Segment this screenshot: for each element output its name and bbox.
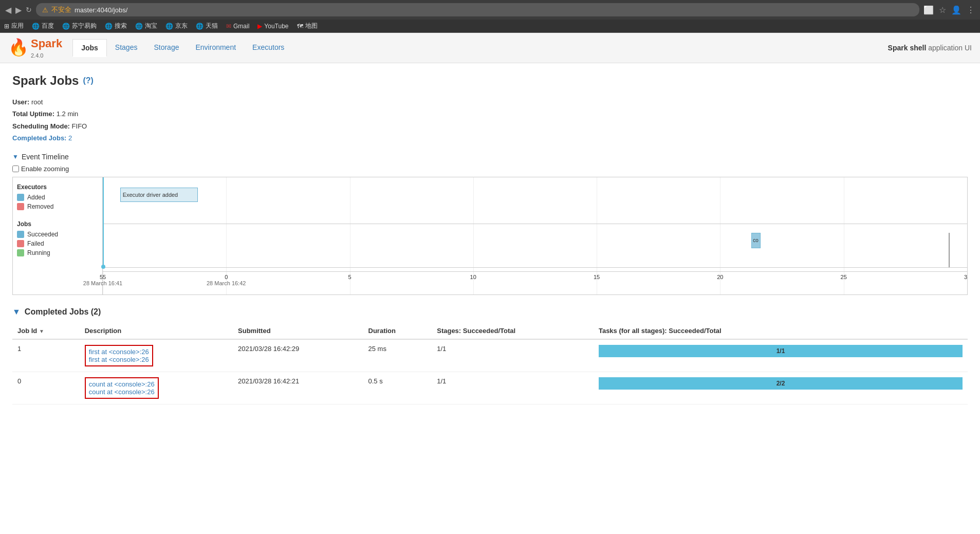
completed-jobs-link[interactable]: Completed Jobs: bbox=[12, 134, 68, 142]
col-job-id-label: Job Id bbox=[17, 327, 37, 335]
help-icon[interactable]: (?) bbox=[83, 76, 93, 85]
tianmao-icon: 🌐 bbox=[196, 23, 204, 30]
security-warning-icon: ⚠ bbox=[42, 6, 48, 14]
axis-tick-10-value: 10 bbox=[470, 274, 476, 280]
desc-link-top-0[interactable]: count at <console>:26 bbox=[89, 380, 155, 388]
col-description: Description bbox=[80, 323, 233, 339]
nav-stages[interactable]: Stages bbox=[107, 39, 146, 57]
menu-icon[interactable]: ⋮ bbox=[967, 5, 975, 15]
bookmark-maps[interactable]: 🗺 地图 bbox=[297, 22, 318, 30]
added-color-swatch bbox=[17, 194, 24, 201]
apps-icon: ⊞ bbox=[4, 23, 9, 30]
cast-icon[interactable]: ⬜ bbox=[923, 5, 934, 15]
back-button[interactable]: ◀ bbox=[5, 5, 11, 15]
uptime-info: Total Uptime: 1.2 min bbox=[12, 108, 968, 120]
axis-tick-5-value: 5 bbox=[348, 274, 351, 280]
nav-executors[interactable]: Executors bbox=[244, 39, 292, 57]
completed-toggle-icon: ▼ bbox=[12, 307, 21, 317]
timeline-area: Executor driver added co 55 28 March 16:… bbox=[103, 177, 967, 294]
succeeded-color-swatch bbox=[17, 231, 24, 238]
spark-header: 🔥 Spark 2.4.0 Jobs Stages Storage Enviro… bbox=[0, 33, 980, 63]
removed-color-swatch bbox=[17, 203, 24, 210]
col-duration: Duration bbox=[363, 323, 432, 339]
legend-succeeded: Succeeded bbox=[17, 231, 98, 238]
jobs-legend-title: Jobs bbox=[17, 220, 98, 228]
timeline-dot bbox=[101, 265, 105, 269]
bookmark-baidu[interactable]: 🌐 百度 bbox=[32, 22, 54, 30]
table-row: 0 count at <console>:26 count at <consol… bbox=[12, 372, 968, 404]
desc-link-top-1[interactable]: first at <console>:26 bbox=[89, 348, 149, 356]
enable-zoom-checkbox[interactable] bbox=[12, 165, 19, 172]
bookmark-suning[interactable]: 🌐 苏宁易购 bbox=[62, 22, 97, 30]
bookmark-search[interactable]: 🌐 搜索 bbox=[105, 22, 127, 30]
running-color-swatch bbox=[17, 249, 24, 256]
completed-jobs-section: ▼ Completed Jobs (2) Job Id ▼ Descriptio… bbox=[12, 307, 968, 404]
tasks-progress-text-0: 2/2 bbox=[599, 377, 963, 390]
failed-label: Failed bbox=[27, 240, 44, 247]
desc-link-bottom-1[interactable]: first at <console>:26 bbox=[89, 356, 149, 363]
completed-jobs-info: Completed Jobs: 2 bbox=[12, 132, 968, 144]
enable-zoom-row: Enable zooming bbox=[12, 165, 968, 173]
legend-failed: Failed bbox=[17, 240, 98, 247]
event-timeline-header[interactable]: ▼ Event Timeline bbox=[12, 153, 968, 161]
axis-tick-30: 30 bbox=[964, 274, 968, 280]
job-id-cell-0: 0 bbox=[12, 372, 80, 404]
baidu-icon: 🌐 bbox=[32, 23, 40, 30]
jobs-table-body: 1 first at <console>:26 first at <consol… bbox=[12, 339, 968, 404]
bookmark-jingdong[interactable]: 🌐 京东 bbox=[165, 22, 188, 30]
profile-icon[interactable]: 👤 bbox=[951, 5, 961, 15]
jobs-table: Job Id ▼ Description Submitted Duration … bbox=[12, 323, 968, 404]
bookmark-icon[interactable]: ☆ bbox=[939, 5, 946, 15]
desc-link-bottom-0[interactable]: count at <console>:26 bbox=[89, 388, 155, 396]
address-bar[interactable]: ⚠ 不安全 master:4040/jobs/ bbox=[36, 3, 919, 16]
timeline-divider-1 bbox=[103, 224, 967, 224]
security-warning-text: 不安全 bbox=[51, 5, 71, 14]
forward-button[interactable]: ▶ bbox=[15, 5, 22, 15]
axis-tick-30-value: 30 bbox=[964, 274, 968, 280]
completed-jobs-header[interactable]: ▼ Completed Jobs (2) bbox=[12, 307, 968, 317]
nav-jobs[interactable]: Jobs bbox=[72, 39, 107, 57]
spark-flame-icon: 🔥 bbox=[8, 38, 29, 58]
bookmark-gmail[interactable]: ✉ Gmail bbox=[226, 23, 249, 30]
executors-legend-title: Executors bbox=[17, 183, 98, 191]
grid-line-7 bbox=[967, 177, 968, 294]
nav-environment[interactable]: Environment bbox=[187, 39, 244, 57]
col-tasks: Tasks (for all stages): Succeeded/Total bbox=[594, 323, 968, 339]
bookmark-search-label: 搜索 bbox=[115, 22, 127, 30]
axis-tick-10: 10 bbox=[470, 274, 476, 280]
bookmark-taobao[interactable]: 🌐 淘宝 bbox=[135, 22, 157, 30]
nav-storage[interactable]: Storage bbox=[145, 39, 187, 57]
description-cell-1: first at <console>:26 first at <console>… bbox=[80, 339, 233, 372]
bookmark-gmail-label: Gmail bbox=[233, 23, 249, 30]
meta-info: User: root Total Uptime: 1.2 min Schedul… bbox=[12, 96, 968, 144]
uptime-value: 1.2 min bbox=[57, 110, 79, 118]
col-job-id[interactable]: Job Id ▼ bbox=[12, 323, 80, 339]
stages-cell-1: 1/1 bbox=[432, 339, 594, 372]
bookmarks-bar: ⊞ 应用 🌐 百度 🌐 苏宁易购 🌐 搜索 🌐 淘宝 🌐 京东 🌐 天猫 ✉ G… bbox=[0, 20, 980, 33]
suning-icon: 🌐 bbox=[62, 23, 70, 30]
legend-removed: Removed bbox=[17, 203, 98, 210]
bookmark-suning-label: 苏宁易购 bbox=[72, 22, 97, 30]
tasks-cell-1: 1/1 bbox=[594, 339, 968, 372]
added-label: Added bbox=[27, 194, 45, 201]
completed-jobs-label: Completed Jobs: bbox=[12, 134, 66, 142]
timeline-right-line bbox=[949, 233, 950, 267]
axis-labels: 55 28 March 16:41 0 28 March 16:42 5 10 bbox=[103, 272, 967, 294]
user-label: User: bbox=[12, 98, 29, 106]
col-submitted: Submitted bbox=[233, 323, 363, 339]
bookmark-tianmao[interactable]: 🌐 天猫 bbox=[196, 22, 218, 30]
legend-added: Added bbox=[17, 194, 98, 201]
refresh-button[interactable]: ↻ bbox=[26, 6, 32, 14]
svg-text:🔥: 🔥 bbox=[8, 38, 29, 57]
description-box-0: count at <console>:26 count at <console>… bbox=[85, 377, 159, 399]
bookmark-apps[interactable]: ⊞ 应用 bbox=[4, 22, 24, 30]
succeeded-label: Succeeded bbox=[27, 231, 58, 238]
jobs-table-header-row: Job Id ▼ Description Submitted Duration … bbox=[12, 323, 968, 339]
youtube-icon: ▶ bbox=[257, 23, 262, 30]
scheduling-value: FIFO bbox=[72, 122, 87, 130]
axis-tick-0-value: 0 bbox=[207, 274, 246, 280]
timeline-start-line bbox=[103, 177, 104, 267]
completed-jobs-count-link[interactable]: 2 bbox=[68, 134, 72, 142]
bookmark-youtube[interactable]: ▶ YouTube bbox=[257, 23, 288, 30]
jd-icon: 🌐 bbox=[165, 23, 173, 30]
